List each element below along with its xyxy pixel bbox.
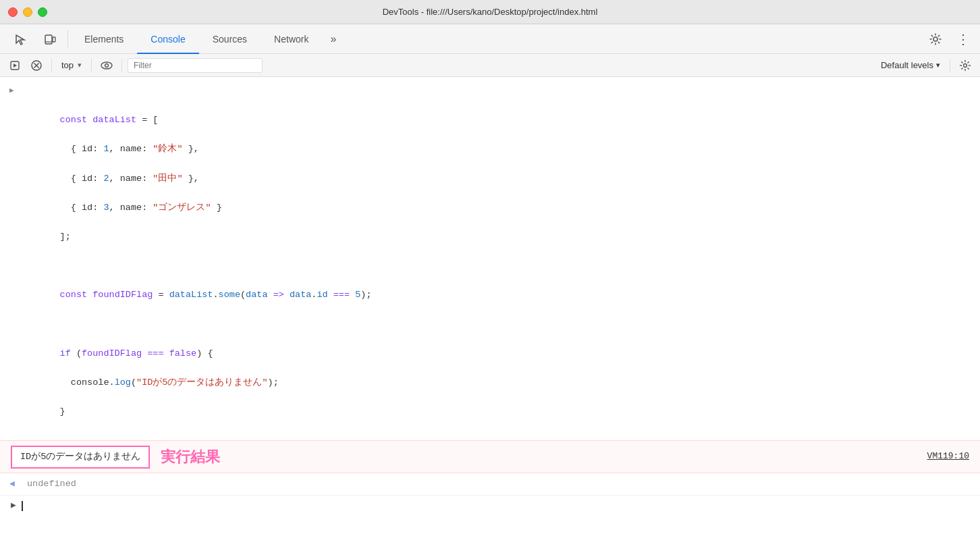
- output-box: IDが5のデータはありません: [11, 446, 150, 469]
- more-tabs-button[interactable]: »: [322, 24, 344, 53]
- tab-sources[interactable]: Sources: [199, 25, 261, 54]
- output-ref[interactable]: VM119:10: [927, 450, 969, 464]
- clear-console-button[interactable]: [27, 56, 46, 75]
- svg-point-3: [933, 37, 937, 41]
- minimize-button[interactable]: [23, 7, 32, 17]
- tabbar: Elements Console Sources Network » ⋮: [0, 24, 980, 54]
- tab-network[interactable]: Network: [261, 25, 322, 54]
- window-title: DevTools - file:///Users/kano/Desktop/pr…: [383, 7, 598, 17]
- cursor-line[interactable]: ▶: [0, 496, 980, 517]
- traffic-lights: [8, 7, 47, 17]
- inspect-element-button[interactable]: [5, 24, 35, 54]
- context-selector[interactable]: top ▾: [57, 60, 86, 70]
- output-annotation: 実行結果: [161, 445, 220, 469]
- console-content[interactable]: ▶ const dataList = [ { id: 1, name: "鈴木"…: [0, 77, 980, 555]
- toolbar-divider-2: [91, 59, 92, 72]
- tab-elements[interactable]: Elements: [71, 25, 137, 54]
- log-levels-button[interactable]: Default levels ▾: [877, 60, 944, 70]
- svg-point-9: [101, 62, 112, 69]
- tab-console[interactable]: Console: [137, 25, 198, 54]
- maximize-button[interactable]: [38, 7, 47, 17]
- device-toolbar-button[interactable]: [35, 24, 65, 54]
- devtools-settings-button[interactable]: [923, 27, 948, 51]
- code-block: ▶ const dataList = [ { id: 1, name: "鈴木"…: [0, 77, 980, 440]
- close-button[interactable]: [8, 7, 18, 17]
- more-options-button[interactable]: ⋮: [950, 27, 975, 51]
- run-script-button[interactable]: [5, 56, 24, 75]
- prompt-icon: ▶: [11, 499, 16, 513]
- tab-divider: [67, 30, 68, 48]
- console-settings-button[interactable]: [956, 56, 975, 75]
- toolbar-divider-4: [950, 59, 950, 72]
- svg-marker-5: [13, 63, 17, 68]
- titlebar: DevTools - file:///Users/kano/Desktop/pr…: [0, 0, 980, 24]
- toolbar-divider-1: [51, 59, 52, 72]
- filter-input[interactable]: [128, 58, 263, 73]
- expand-arrow[interactable]: ▶: [9, 85, 14, 97]
- tab-right-icons: ⋮: [923, 24, 980, 53]
- cursor-blink: [22, 501, 23, 511]
- return-arrow: ◀: [9, 477, 15, 492]
- output-line: IDが5のデータはありません 実行結果 VM119:10: [0, 440, 980, 473]
- svg-rect-0: [45, 35, 52, 44]
- console-toolbar: top ▾ Default levels ▾: [0, 54, 980, 77]
- eye-button[interactable]: [97, 56, 116, 75]
- toolbar-divider-3: [121, 59, 122, 72]
- svg-point-11: [964, 63, 967, 67]
- svg-rect-1: [53, 37, 55, 42]
- console-wrapper: ▶ const dataList = [ { id: 1, name: "鈴木"…: [0, 77, 980, 555]
- undefined-line: ◀ undefined: [0, 473, 980, 496]
- svg-point-10: [105, 63, 109, 67]
